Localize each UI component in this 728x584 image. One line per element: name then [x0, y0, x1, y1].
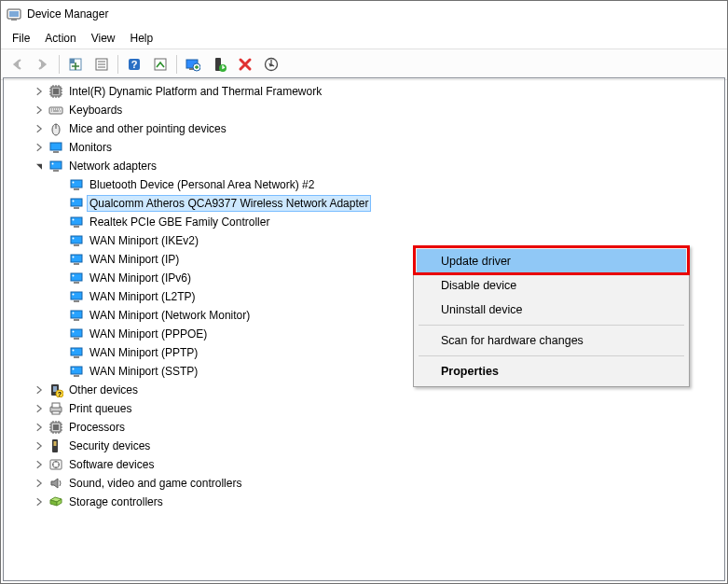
net-icon — [69, 233, 84, 248]
tree-item[interactable]: Qualcomm Atheros QCA9377 Wireless Networ… — [4, 194, 724, 213]
titlebar: Device Manager — [1, 1, 727, 28]
menu-item[interactable]: Scan for hardware changes — [417, 328, 686, 353]
expand-icon[interactable] — [32, 476, 47, 491]
context-menu: Update driverDisable deviceUninstall dev… — [413, 245, 690, 387]
tree-item-label: Realtek PCIe GBE Family Controller — [88, 215, 271, 229]
tree-item[interactable]: Storage controllers — [4, 493, 724, 511]
expand-icon[interactable] — [32, 401, 47, 416]
net-icon — [69, 345, 84, 360]
tree-item-label: Network adapters — [67, 159, 158, 174]
tree-item[interactable]: Security devices — [4, 437, 724, 455]
tree-item-label: WAN Miniport (IPv6) — [88, 271, 193, 285]
show-hide-tree-button[interactable] — [63, 52, 88, 76]
tree-item-label: WAN Miniport (IKEv2) — [88, 233, 200, 248]
tree-item-label: Security devices — [67, 438, 152, 453]
net-icon — [69, 177, 84, 192]
expand-icon[interactable] — [32, 84, 47, 99]
tree-item-label: Keyboards — [67, 103, 124, 118]
tree-item[interactable]: Realtek PCIe GBE Family Controller — [4, 213, 724, 231]
menu-action[interactable]: Action — [37, 30, 83, 47]
tree-item[interactable]: Sound, video and game controllers — [4, 474, 724, 493]
scan-hardware-button[interactable] — [259, 52, 283, 76]
kb-icon — [48, 103, 63, 118]
expand-icon[interactable] — [32, 382, 47, 397]
toggle-spacer — [52, 215, 67, 229]
toggle-spacer — [52, 233, 67, 248]
menu-separator — [419, 355, 684, 356]
tree-item-label: Print queues — [67, 401, 133, 416]
toggle-spacer — [52, 327, 67, 341]
tree-item-label: WAN Miniport (IP) — [88, 252, 181, 267]
tree-item[interactable]: Bluetooth Device (Personal Area Network)… — [4, 175, 724, 194]
menu-item[interactable]: Properties — [417, 359, 686, 383]
tree-item-label: WAN Miniport (L2TP) — [88, 289, 198, 304]
tree-item[interactable]: Monitors — [4, 138, 724, 157]
toggle-spacer — [52, 345, 67, 360]
toggle-spacer — [52, 252, 67, 267]
tree-item-label: Other devices — [67, 382, 140, 397]
collapse-icon[interactable] — [32, 159, 47, 174]
expand-icon[interactable] — [32, 494, 47, 509]
chip-icon — [48, 84, 63, 99]
tree-item[interactable]: Network adapters — [4, 157, 724, 175]
net-icon — [69, 215, 84, 229]
tree-item[interactable]: Processors — [4, 418, 724, 437]
menu-item[interactable]: Uninstall device — [417, 298, 686, 322]
net-icon — [69, 252, 84, 267]
toggle-spacer — [52, 308, 67, 323]
tree-item[interactable]: Print queues — [4, 399, 724, 418]
toolbar-separator — [117, 55, 118, 74]
cpu-icon — [48, 420, 63, 435]
tree-item-label: WAN Miniport (PPPOE) — [88, 327, 209, 341]
expand-icon[interactable] — [32, 121, 47, 136]
toggle-spacer — [52, 289, 67, 304]
tree-item[interactable]: Keyboards — [4, 101, 724, 119]
expand-icon[interactable] — [32, 103, 47, 118]
update-driver-button[interactable] — [181, 52, 205, 76]
tree-item[interactable]: Mice and other pointing devices — [4, 119, 724, 138]
expand-icon[interactable] — [32, 438, 47, 453]
expand-icon[interactable] — [32, 420, 47, 435]
menu-item[interactable]: Disable device — [417, 273, 686, 298]
toolbar-separator — [59, 55, 60, 74]
sw-icon — [48, 457, 63, 472]
net-icon — [69, 196, 84, 211]
net-icon — [69, 308, 84, 323]
menu-separator — [419, 325, 684, 326]
sec-icon — [48, 438, 63, 453]
toggle-spacer — [52, 177, 67, 192]
menu-file[interactable]: File — [5, 30, 37, 47]
menubar: File Action View Help — [1, 28, 727, 49]
tree-item-label: WAN Miniport (SSTP) — [88, 364, 199, 379]
net-icon — [69, 271, 84, 285]
menu-view[interactable]: View — [84, 30, 123, 47]
toolbar-separator — [176, 55, 177, 74]
tree-item[interactable]: Intel(R) Dynamic Platform and Thermal Fr… — [4, 82, 724, 101]
enable-device-button[interactable] — [207, 52, 231, 76]
window-title: Device Manager — [27, 7, 108, 21]
action-button[interactable] — [148, 52, 172, 76]
uninstall-device-button[interactable] — [233, 52, 257, 76]
device-manager-window: Device Manager File Action View Help Int… — [0, 0, 728, 584]
prn-icon — [48, 401, 63, 416]
tree-item-label: Storage controllers — [67, 494, 165, 509]
stor-icon — [48, 494, 63, 509]
expand-icon[interactable] — [32, 140, 47, 155]
mouse-icon — [48, 121, 63, 136]
tree-item-label: Intel(R) Dynamic Platform and Thermal Fr… — [67, 84, 323, 99]
menu-item[interactable]: Update driver — [417, 249, 686, 273]
help-button[interactable] — [122, 52, 146, 76]
tree-item[interactable]: Software devices — [4, 455, 724, 474]
forward-button — [31, 52, 55, 76]
mon-icon — [48, 140, 63, 155]
tree-item-label: Monitors — [67, 140, 114, 155]
menu-help[interactable]: Help — [123, 30, 161, 47]
devmgr-icon — [7, 7, 21, 21]
toggle-spacer — [52, 196, 67, 211]
tree-item-label: Qualcomm Atheros QCA9377 Wireless Networ… — [88, 196, 370, 211]
properties-button[interactable] — [89, 52, 114, 76]
tree-item-label: WAN Miniport (Network Monitor) — [88, 308, 252, 323]
tree-item-label: Sound, video and game controllers — [67, 476, 243, 491]
net-icon — [69, 364, 84, 379]
expand-icon[interactable] — [32, 457, 47, 472]
